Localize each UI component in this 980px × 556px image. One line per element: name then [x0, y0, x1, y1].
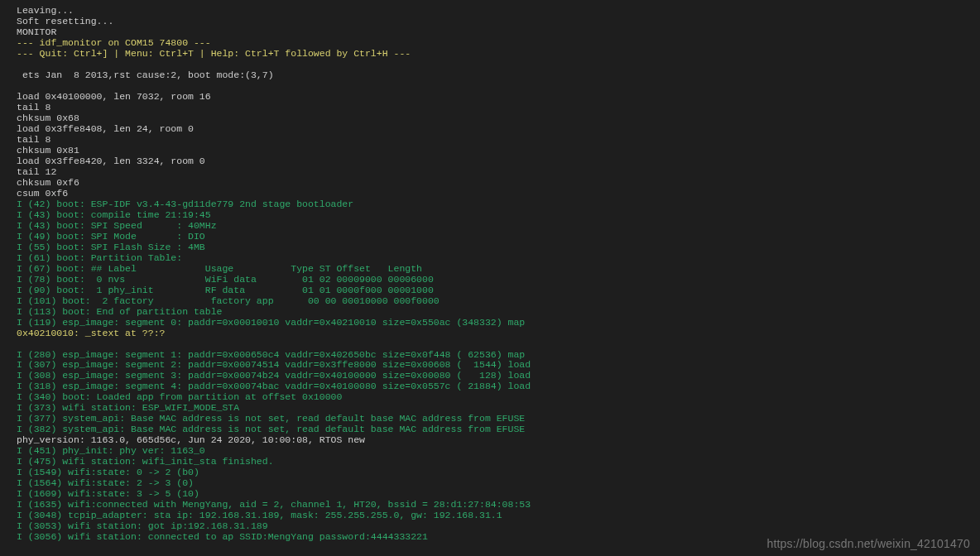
- terminal-line: [17, 338, 980, 349]
- terminal-line: I (382) system_api: Base MAC address is …: [17, 424, 980, 434]
- terminal-line: I (308) esp_image: segment 3: paddr=0x00…: [17, 370, 980, 381]
- terminal-line: ets Jan 8 2013,rst cause:2, boot mode:(3…: [17, 70, 980, 80]
- terminal-line: I (340) boot: Loaded app from partition …: [17, 391, 980, 402]
- terminal-line: I (90) boot: 1 phy_init RF data 01 01 00…: [17, 285, 980, 295]
- terminal-line: load 0x3ffe8420, len 3324, room 0: [17, 156, 980, 166]
- watermark-text: https://blog.csdn.net/weixin_42101470: [766, 538, 970, 551]
- terminal-line: I (3053) wifi station: got ip:192.168.31…: [17, 520, 980, 531]
- terminal-line: I (451) phy_init: phy ver: 1163_0: [17, 445, 980, 456]
- terminal-line: MONITOR: [17, 26, 980, 37]
- terminal-line: I (55) boot: SPI Flash Size : 4MB: [17, 242, 980, 252]
- terminal-line: I (101) boot: 2 factory factory app 00 0…: [17, 295, 980, 306]
- terminal-line: Soft resetting...: [17, 16, 980, 26]
- terminal-line: I (67) boot: ## Label Usage Type ST Offs…: [17, 263, 980, 274]
- terminal-line: [17, 59, 980, 70]
- terminal-line: I (113) boot: End of partition table: [17, 306, 980, 317]
- terminal-line: chksum 0xf6: [17, 177, 980, 188]
- terminal-output[interactable]: Leaving...Soft resetting...MONITOR--- id…: [17, 5, 980, 542]
- terminal-line: Leaving...: [17, 5, 980, 16]
- terminal-line: I (1549) wifi:state: 0 -> 2 (b0): [17, 467, 980, 477]
- terminal-line: I (318) esp_image: segment 4: paddr=0x00…: [17, 381, 980, 391]
- terminal-line: tail 8: [17, 102, 980, 113]
- terminal-line: csum 0xf6: [17, 188, 980, 199]
- terminal-line: chksum 0x68: [17, 113, 980, 123]
- terminal-line: --- idf_monitor on COM15 74800 ---: [17, 37, 980, 48]
- terminal-line: I (280) esp_image: segment 1: paddr=0x00…: [17, 349, 980, 360]
- terminal-line: --- Quit: Ctrl+] | Menu: Ctrl+T | Help: …: [17, 48, 980, 59]
- terminal-line: I (61) boot: Partition Table:: [17, 252, 980, 263]
- terminal-line: [17, 80, 980, 91]
- terminal-line: 0x40210010: _stext at ??:?: [17, 328, 980, 338]
- terminal-line: I (119) esp_image: segment 0: paddr=0x00…: [17, 317, 980, 328]
- terminal-line: I (43) boot: compile time 21:19:45: [17, 209, 980, 220]
- terminal-line: I (377) system_api: Base MAC address is …: [17, 413, 980, 424]
- terminal-line: I (43) boot: SPI Speed : 40MHz: [17, 220, 980, 231]
- terminal-line: I (1564) wifi:state: 2 -> 3 (0): [17, 477, 980, 488]
- terminal-line: chksum 0x81: [17, 145, 980, 156]
- terminal-line: phy_version: 1163.0, 665d56c, Jun 24 202…: [17, 434, 980, 445]
- terminal-line: tail 8: [17, 134, 980, 145]
- terminal-line: load 0x40100000, len 7032, room 16: [17, 91, 980, 102]
- terminal-line: I (373) wifi station: ESP_WIFI_MODE_STA: [17, 402, 980, 413]
- terminal-line: I (3048) tcpip_adapter: sta ip: 192.168.…: [17, 510, 980, 520]
- terminal-line: load 0x3ffe8408, len 24, room 0: [17, 123, 980, 134]
- terminal-line: I (1609) wifi:state: 3 -> 5 (10): [17, 488, 980, 499]
- terminal-line: I (42) boot: ESP-IDF v3.4-43-gd11de779 2…: [17, 199, 980, 209]
- terminal-line: I (307) esp_image: segment 2: paddr=0x00…: [17, 359, 980, 370]
- terminal-line: I (49) boot: SPI Mode : DIO: [17, 231, 980, 242]
- terminal-line: I (78) boot: 0 nvs WiFi data 01 02 00009…: [17, 274, 980, 285]
- terminal-line: I (475) wifi station: wifi_init_sta fini…: [17, 456, 980, 467]
- terminal-line: tail 12: [17, 166, 980, 177]
- terminal-line: I (1635) wifi:connected with MengYang, a…: [17, 499, 980, 510]
